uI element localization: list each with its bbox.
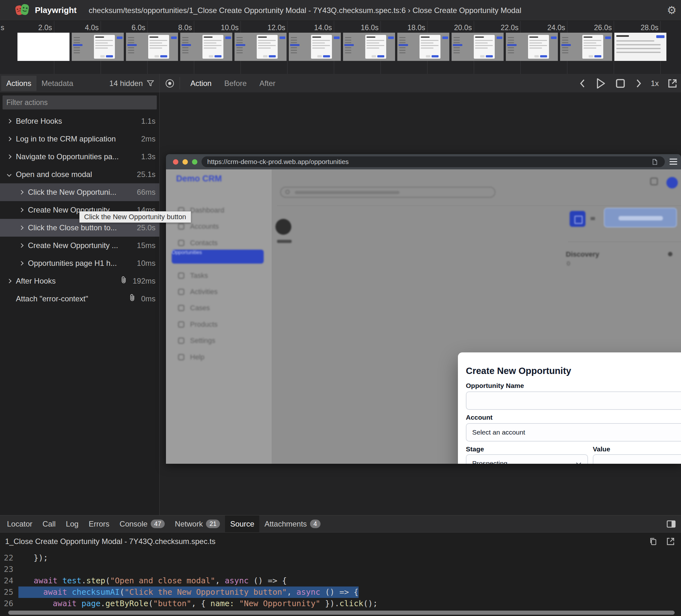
code-text: }); [18, 552, 48, 564]
popout-icon[interactable] [667, 78, 678, 89]
filmstrip-frame[interactable] [126, 33, 178, 61]
address-bar[interactable]: https://crm-demo-ck-prod.web.app/opportu… [202, 156, 665, 167]
playback-speed[interactable]: 1x [651, 79, 659, 88]
chevron-right-icon[interactable] [19, 208, 24, 212]
snapshot-tab-after[interactable]: After [253, 76, 282, 91]
code-line[interactable]: 24 await test.step("Open and close modal… [0, 575, 681, 587]
filmstrip-frame[interactable] [614, 33, 666, 61]
bottom-tab-network[interactable]: Network21 [170, 515, 225, 532]
filmstrip-frame[interactable] [18, 33, 70, 61]
action-row[interactable]: Before Hooks1.1s [0, 112, 159, 130]
crm-nav-item-contacts[interactable]: Contacts [166, 236, 272, 250]
crm-nav-item-products[interactable]: Products [166, 317, 272, 332]
filmstrip-frame[interactable] [289, 33, 341, 61]
timeline-filmstrip[interactable] [18, 33, 666, 61]
line-number: 22 [0, 552, 18, 564]
action-row[interactable]: Create New Opportunity ...15ms [0, 237, 159, 254]
filmstrip-frame[interactable] [397, 33, 449, 61]
bottom-tab-errors[interactable]: Errors [83, 515, 114, 532]
chevron-right-icon[interactable] [19, 190, 24, 195]
sidebar-tab-metadata[interactable]: Metadata [36, 76, 78, 91]
action-label: Create New Opportunity ... [28, 241, 137, 250]
toggle-panel-icon[interactable] [666, 519, 676, 529]
stage-column-count: 0 [567, 260, 570, 267]
snapshot-tabs: ActionBeforeAfter [184, 74, 282, 93]
crm-nav-item-activities[interactable]: Activities [166, 285, 272, 299]
step-back-icon[interactable] [579, 78, 587, 89]
timeline-time-label: 28.0s [624, 24, 658, 32]
action-row[interactable]: After Hooks192ms [0, 272, 159, 290]
account-select[interactable]: Select an account [466, 423, 681, 441]
crm-search-input[interactable] [280, 187, 495, 198]
snapshot-tab-before[interactable]: Before [218, 76, 253, 91]
copy-url-icon[interactable] [651, 158, 658, 166]
source-code-view[interactable]: 22 });2324 await test.step("Open and clo… [0, 550, 681, 609]
search-placeholder-blur [295, 191, 400, 194]
opportunity-name-input[interactable] [466, 391, 681, 410]
filmstrip-frame[interactable] [72, 33, 124, 61]
copy-icon[interactable] [649, 537, 657, 546]
timeline-time-label: 12.0s [250, 24, 285, 32]
horizontal-scrollbar[interactable] [8, 611, 675, 615]
filter-funnel-icon[interactable] [146, 79, 155, 88]
action-row[interactable]: Log in to the CRM application2ms [0, 130, 159, 148]
stage-select[interactable]: Prospecting [466, 454, 588, 464]
action-row[interactable]: Click the New Opportuni...66ms [0, 183, 159, 201]
browser-menu-icon[interactable] [670, 159, 677, 166]
code-line[interactable]: 25 await checksumAI("Click the New Oppor… [0, 587, 681, 598]
crm-nav-item-cases[interactable]: Cases [166, 301, 272, 315]
filmstrip-frame[interactable] [506, 33, 558, 61]
play-icon[interactable] [595, 77, 606, 89]
filmstrip-frame[interactable] [343, 33, 395, 61]
crm-nav-item-opportunities[interactable]: Opportunities [172, 250, 264, 264]
action-row[interactable]: Open and close modal25.1s [0, 165, 159, 183]
timeline-strip[interactable]: 2.0s4.0s6.0s8.0s10.0s12.0s14.0s16.0s18.0… [0, 21, 681, 74]
chevron-right-icon[interactable] [7, 279, 11, 283]
filmstrip-frame[interactable] [560, 33, 612, 61]
bottom-tab-call[interactable]: Call [37, 515, 60, 532]
bottom-tab-locator[interactable]: Locator [2, 515, 37, 532]
nav-label: Activities [190, 288, 218, 296]
tab-badge: 21 [206, 519, 220, 528]
timeline-time-label: 24.0s [530, 24, 565, 32]
action-row[interactable]: Navigate to Opportunities pa...1.3s [0, 148, 159, 165]
toolbar-divider [180, 77, 180, 89]
chevron-right-icon[interactable] [7, 137, 11, 141]
filmstrip-frame[interactable] [452, 33, 504, 61]
chevron-right-icon[interactable] [19, 243, 24, 248]
bottom-tab-attachments[interactable]: Attachments4 [259, 515, 326, 532]
stop-icon[interactable] [615, 78, 626, 89]
open-external-icon[interactable] [666, 537, 675, 546]
filmstrip-frame[interactable] [180, 33, 232, 61]
code-line[interactable]: 22 }); [0, 552, 681, 564]
chevron-down-icon[interactable] [7, 172, 11, 177]
chevron-right-icon[interactable] [7, 154, 11, 159]
code-line[interactable]: 23 [0, 564, 681, 575]
bottom-tab-log[interactable]: Log [60, 515, 83, 532]
value-input[interactable] [593, 454, 681, 464]
bottom-tab-bar: LocatorCallLogErrorsConsole47Network21So… [0, 515, 681, 533]
bottom-tab-source[interactable]: Source [225, 515, 259, 532]
chevron-right-icon[interactable] [19, 261, 24, 265]
timeline-time-label: 20.0s [437, 24, 472, 32]
code-line[interactable]: 26 await page.getByRole("button", { name… [0, 598, 681, 609]
chevron-right-icon[interactable] [19, 226, 24, 230]
filter-actions-input[interactable] [3, 96, 157, 109]
sidebar-tab-actions[interactable]: Actions [1, 76, 36, 91]
page-heading-blur [275, 219, 291, 235]
pick-locator-icon[interactable] [166, 79, 174, 87]
action-duration: 25.1s [137, 170, 155, 179]
step-forward-icon[interactable] [634, 78, 642, 89]
snapshot-tab-action[interactable]: Action [184, 76, 218, 91]
crm-nav-item-settings[interactable]: Settings [166, 334, 272, 348]
action-row[interactable]: Opportunities page H1 h...10ms [0, 254, 159, 272]
nav-icon [178, 337, 184, 344]
settings-gear-icon[interactable]: ⚙ [667, 4, 677, 17]
chevron-right-icon[interactable] [7, 119, 11, 123]
filmstrip-frame[interactable] [234, 33, 286, 61]
crm-nav-item-tasks[interactable]: Tasks [166, 269, 272, 283]
action-row[interactable]: Attach "error-context"0ms [0, 290, 159, 308]
hidden-count-label: 14 hidden [109, 79, 143, 88]
bottom-tab-console[interactable]: Console47 [115, 515, 170, 532]
crm-nav-item-help[interactable]: Help [166, 350, 272, 364]
